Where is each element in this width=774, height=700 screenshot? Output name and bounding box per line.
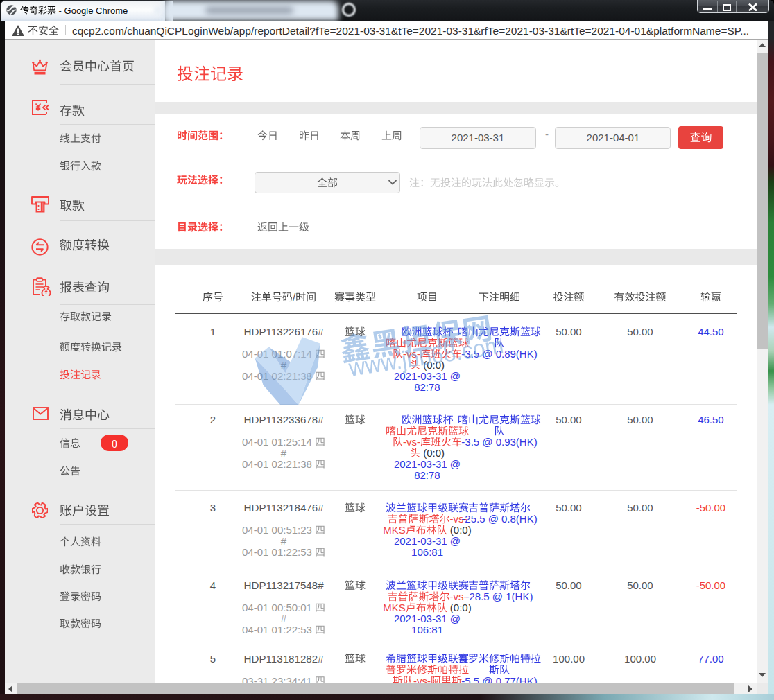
svg-text:2021-03-31: 2021-03-31: [452, 132, 505, 143]
svg-text:50.00: 50.00: [556, 579, 582, 591]
svg-text:50.00: 50.00: [556, 326, 582, 338]
svg-text:3: 3: [210, 502, 216, 514]
svg-text:106:81: 106:81: [411, 624, 443, 636]
svg-text:HDP113233678#: HDP113233678#: [244, 414, 325, 426]
svg-text:-3.5 @ 0.93(HK): -3.5 @ 0.93(HK): [461, 436, 537, 448]
svg-text:50.00: 50.00: [556, 502, 582, 514]
svg-text:/: /: [293, 291, 296, 303]
svg-text:-50.00: -50.00: [696, 579, 725, 591]
svg-text:100.00: 100.00: [553, 653, 585, 665]
svg-text:MKS: MKS: [383, 602, 406, 613]
svg-text:04-01 01:25:14: 04-01 01:25:14: [242, 436, 315, 448]
svg-text:-50.00: -50.00: [696, 502, 725, 514]
svg-text:50.00: 50.00: [627, 326, 653, 338]
svg-text:04-01 01:22:53: 04-01 01:22:53: [242, 546, 315, 558]
svg-text:MKS: MKS: [383, 524, 406, 536]
svg-text:5: 5: [210, 653, 216, 665]
svg-text:50.00: 50.00: [627, 579, 653, 591]
svg-text:50.00: 50.00: [627, 502, 653, 514]
svg-text:77.00: 77.00: [698, 653, 723, 665]
svg-text:82:78: 82:78: [414, 381, 440, 393]
svg-text:#: #: [281, 613, 287, 624]
svg-text:(0:0): (0:0): [447, 602, 472, 613]
svg-text:HDP113226176#: HDP113226176#: [244, 326, 325, 338]
svg-text:2021-03-31 @: 2021-03-31 @: [394, 458, 461, 470]
svg-text:2021-03-31 @: 2021-03-31 @: [394, 613, 461, 624]
svg-text:(0:0): (0:0): [447, 524, 472, 536]
svg-text:4: 4: [210, 579, 216, 591]
svg-text:04-01 00:51:23: 04-01 00:51:23: [242, 524, 315, 536]
svg-text:#: #: [281, 447, 287, 459]
svg-text:cqcp2.com/chuanQiCPLoginWeb/ap: cqcp2.com/chuanQiCPLoginWeb/app/reportDe…: [72, 25, 749, 37]
svg-text:82:78: 82:78: [414, 469, 440, 481]
svg-text:2021-03-31 @: 2021-03-31 @: [394, 535, 461, 547]
svg-text:50.00: 50.00: [627, 414, 653, 426]
svg-text:04-01 01:22:53: 04-01 01:22:53: [242, 624, 315, 636]
svg-text:46.50: 46.50: [698, 414, 723, 426]
svg-text:106:81: 106:81: [411, 546, 443, 558]
svg-text:-vs-: -vs-: [403, 436, 420, 448]
svg-text:-25.5 @ 0.8(HK): -25.5 @ 0.8(HK): [461, 513, 537, 525]
svg-text:HDP113181282#: HDP113181282#: [244, 653, 325, 665]
svg-text:2021-04-01: 2021-04-01: [587, 132, 640, 143]
svg-text:-vs-: -vs-: [450, 590, 467, 602]
svg-text:50.00: 50.00: [556, 414, 582, 426]
svg-text:04-01 00:50:01: 04-01 00:50:01: [242, 602, 315, 613]
svg-text:-28.5 @ 1(HK): -28.5 @ 1(HK): [466, 590, 533, 602]
svg-text:04-01 02:21:38: 04-01 02:21:38: [242, 458, 315, 470]
svg-text:1: 1: [210, 326, 216, 338]
svg-text:44.50: 44.50: [698, 326, 723, 338]
svg-text:HDP113218476#: HDP113218476#: [244, 502, 325, 514]
svg-text:- Google Chrome: - Google Chrome: [56, 6, 128, 16]
svg-text:2: 2: [210, 414, 216, 426]
svg-text:HDP113217548#: HDP113217548#: [244, 579, 325, 591]
svg-text:-: -: [545, 128, 549, 140]
svg-text:100.00: 100.00: [624, 653, 656, 665]
svg-text:(0:0): (0:0): [420, 447, 445, 459]
svg-text:#: #: [281, 535, 287, 547]
svg-text:0: 0: [112, 438, 117, 450]
